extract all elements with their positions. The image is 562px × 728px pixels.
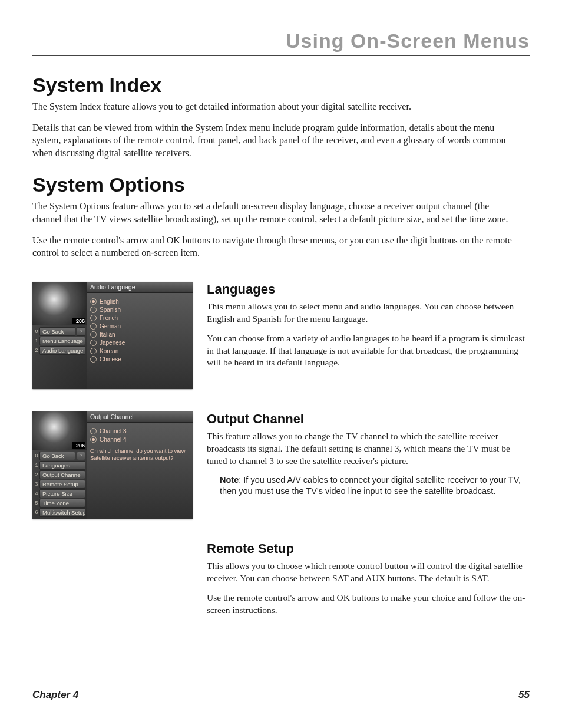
- languages-p2: You can choose from a variety of audio l…: [207, 332, 530, 370]
- radio-icon: [90, 331, 97, 338]
- menu-row: 2Audio Language: [34, 346, 85, 355]
- menu-button: Languages: [39, 461, 85, 470]
- radio-icon: [90, 323, 97, 330]
- radio-option: German: [90, 323, 189, 330]
- menu-button: Menu Language: [39, 337, 85, 345]
- heading-remote-setup: Remote Setup: [207, 541, 530, 556]
- menu-number: 1: [34, 337, 39, 345]
- menu-row: 2Output Channel: [34, 470, 85, 479]
- radio-option: Channel 4: [90, 436, 189, 443]
- radio-label: Korean: [100, 348, 118, 354]
- remote-setup-p2: Use the remote control's arrow and OK bu…: [207, 592, 530, 617]
- menu-number: 6: [34, 508, 39, 517]
- radio-option: Spanish: [90, 307, 189, 313]
- preview-thumb: 206: [32, 282, 87, 325]
- radio-icon: [90, 315, 97, 321]
- screenshot-audio-language: 206 0Go Back?1Menu Language2Audio Langua…: [32, 282, 193, 389]
- radio-option: Italian: [90, 331, 189, 338]
- radio-option: Japenese: [90, 340, 189, 346]
- radio-label: German: [100, 323, 121, 330]
- menu-row: 4Picture Size: [34, 489, 85, 498]
- menu-number: 1: [34, 461, 39, 470]
- menu-button: Picture Size: [39, 489, 85, 498]
- radio-option: French: [90, 315, 189, 321]
- menu-row: 1Languages: [34, 461, 85, 470]
- menu-row: 6Multiswitch Setup: [34, 508, 85, 517]
- radio-label: Channel 3: [100, 428, 127, 434]
- radio-icon: [90, 428, 97, 434]
- footer-page-number: 55: [518, 689, 530, 701]
- channel-number: 206: [76, 443, 85, 449]
- output-channel-note: Note: If you used A/V cables to connect …: [220, 475, 530, 498]
- radio-label: Italian: [100, 331, 115, 338]
- note-text: : If you used A/V cables to connect your…: [220, 475, 521, 496]
- help-button: ?: [77, 452, 85, 460]
- panel-title-output-channel: Output Channel: [87, 411, 193, 423]
- radio-option: Korean: [90, 348, 189, 354]
- radio-option: Channel 3: [90, 428, 189, 434]
- menu-button: Output Channel: [39, 470, 85, 479]
- menu-row: 0Go Back?: [34, 452, 85, 460]
- radio-label: Japenese: [100, 340, 125, 346]
- menu-button: Time Zone: [39, 499, 85, 508]
- languages-p1: This menu allows you to select menu and …: [207, 301, 530, 325]
- menu-row: 3Remote Setup: [34, 480, 85, 489]
- radio-icon: [90, 348, 97, 354]
- radio-icon: [90, 340, 97, 346]
- heading-system-options: System Options: [32, 173, 530, 196]
- menu-row: 1Menu Language: [34, 337, 85, 345]
- menu-button: Go Back: [39, 327, 75, 336]
- menu-row: 0Go Back?: [34, 327, 85, 336]
- page-header-title: Using On-Screen Menus: [32, 29, 530, 56]
- radio-label: Chinese: [100, 356, 121, 363]
- screenshot-placeholder: [32, 541, 193, 542]
- note-label: Note: [220, 475, 239, 485]
- menu-number: 5: [34, 499, 39, 508]
- menu-button: Go Back: [39, 452, 75, 460]
- heading-languages: Languages: [207, 282, 530, 297]
- system-options-p2: Use the remote control's arrow and OK bu…: [32, 234, 515, 259]
- panel-title-audio-language: Audio Language: [87, 282, 193, 293]
- radio-icon: [90, 436, 97, 443]
- menu-number: 3: [34, 480, 39, 489]
- menu-button: Multiswitch Setup: [39, 508, 85, 517]
- radio-label: Spanish: [100, 307, 121, 313]
- output-channel-p1: This feature allows you to change the TV…: [207, 430, 530, 467]
- channel-number: 206: [76, 318, 85, 324]
- menu-number: 2: [34, 346, 39, 355]
- footer-chapter: Chapter 4: [32, 689, 78, 701]
- preview-thumb: 206: [32, 411, 87, 450]
- radio-label: English: [100, 298, 119, 305]
- menu-row: 5Time Zone: [34, 499, 85, 508]
- screenshot-output-channel: 206 0Go Back?1Languages2Output Channel3R…: [32, 411, 193, 519]
- heading-output-channel: Output Channel: [207, 411, 530, 427]
- radio-option: English: [90, 298, 189, 305]
- panel-hint: On which channel do you want to view Sat…: [90, 447, 189, 462]
- menu-number: 0: [34, 452, 39, 460]
- radio-label: French: [100, 315, 118, 321]
- menu-number: 0: [34, 327, 39, 336]
- radio-label: Channel 4: [100, 436, 127, 443]
- menu-button: Audio Language: [39, 346, 85, 355]
- system-options-p1: The System Options feature allows you to…: [32, 200, 515, 225]
- menu-number: 2: [34, 470, 39, 479]
- menu-number: 4: [34, 489, 39, 498]
- radio-icon: [90, 356, 97, 363]
- menu-button: Remote Setup: [39, 480, 85, 489]
- radio-icon: [90, 298, 97, 305]
- system-index-p2: Details that can be viewed from within t…: [32, 121, 515, 160]
- radio-option: Chinese: [90, 356, 189, 363]
- remote-setup-p1: This allows you to choose which remote c…: [207, 560, 530, 585]
- radio-icon: [90, 307, 97, 313]
- help-button: ?: [77, 327, 85, 336]
- heading-system-index: System Index: [32, 74, 530, 97]
- system-index-p1: The System Index feature allows you to g…: [32, 100, 515, 113]
